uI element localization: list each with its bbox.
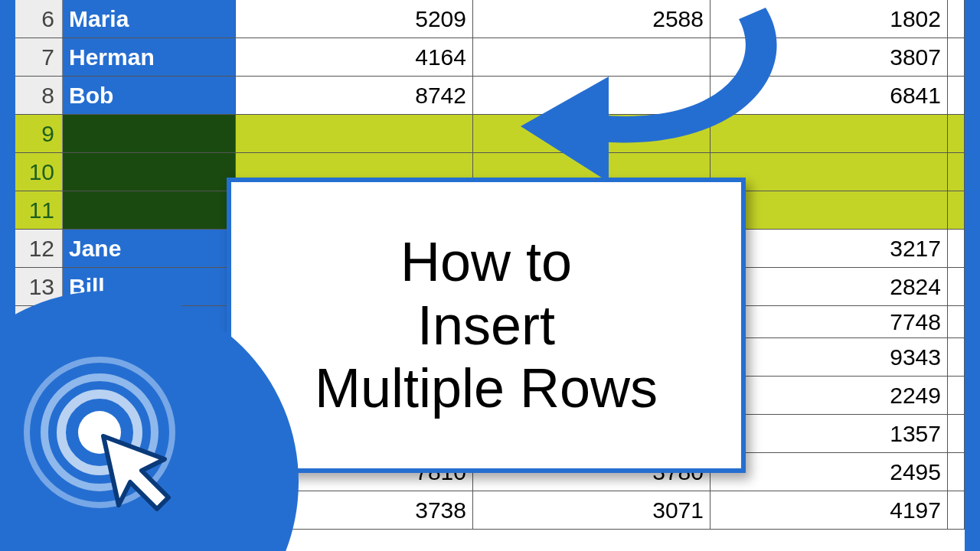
name-cell[interactable]: Herman	[63, 38, 236, 76]
trailing-cell[interactable]	[948, 453, 965, 491]
name-cell[interactable]	[63, 115, 236, 152]
trailing-cell[interactable]	[948, 77, 965, 114]
table-row[interactable]: 8Bob87426841	[15, 77, 965, 115]
data-cell[interactable]	[236, 115, 473, 152]
table-row[interactable]: 7Herman41643807	[15, 38, 965, 77]
trailing-cell[interactable]	[948, 230, 965, 267]
data-cell[interactable]: 9343	[710, 338, 948, 376]
row-number[interactable]: 12	[15, 230, 63, 267]
data-cell[interactable]: 8742	[236, 77, 473, 114]
trailing-cell[interactable]	[948, 415, 965, 452]
curved-arrow-icon	[513, 0, 789, 199]
data-cell[interactable]: 2495	[710, 453, 948, 491]
data-cell[interactable]: 3217	[710, 230, 948, 267]
title-card: How to Insert Multiple Rows	[227, 178, 746, 473]
data-cell[interactable]: 2249	[710, 377, 948, 414]
trailing-cell[interactable]	[948, 153, 965, 191]
trailing-cell[interactable]	[948, 38, 965, 76]
card-line-1: How to	[400, 230, 572, 294]
name-cell[interactable]: Maria	[63, 0, 236, 37]
name-cell[interactable]: Jane	[63, 230, 236, 267]
trailing-cell[interactable]	[948, 268, 965, 305]
trailing-cell[interactable]	[948, 115, 965, 152]
data-cell[interactable]: 4164	[236, 38, 473, 76]
trailing-cell[interactable]	[948, 338, 965, 376]
card-line-3: Multiple Rows	[315, 357, 658, 420]
trailing-cell[interactable]	[948, 0, 965, 37]
table-row[interactable]: 9	[15, 115, 965, 153]
click-logo-icon	[15, 344, 207, 536]
trailing-cell[interactable]	[948, 491, 965, 529]
data-cell[interactable]: 7748	[710, 306, 948, 337]
data-cell[interactable]: 3071	[473, 491, 710, 529]
row-number[interactable]: 7	[15, 38, 63, 76]
card-line-2: Insert	[417, 294, 555, 357]
trailing-cell[interactable]	[948, 306, 965, 337]
row-number[interactable]: 6	[15, 0, 63, 37]
name-cell[interactable]	[63, 191, 236, 229]
name-cell[interactable]	[63, 153, 236, 191]
trailing-cell[interactable]	[948, 377, 965, 414]
svg-marker-0	[521, 77, 609, 182]
data-cell[interactable]: 4197	[710, 491, 948, 529]
table-row[interactable]: 6Maria520925881802	[15, 0, 965, 38]
row-number[interactable]: 10	[15, 153, 63, 191]
name-cell[interactable]: Bob	[63, 77, 236, 114]
data-cell[interactable]: 5209	[236, 0, 473, 37]
row-number[interactable]: 8	[15, 77, 63, 114]
data-cell[interactable]: 2824	[710, 268, 948, 305]
data-cell[interactable]: 1357	[710, 415, 948, 452]
trailing-cell[interactable]	[948, 191, 965, 229]
row-number[interactable]: 11	[15, 191, 63, 229]
row-number[interactable]: 9	[15, 115, 63, 152]
